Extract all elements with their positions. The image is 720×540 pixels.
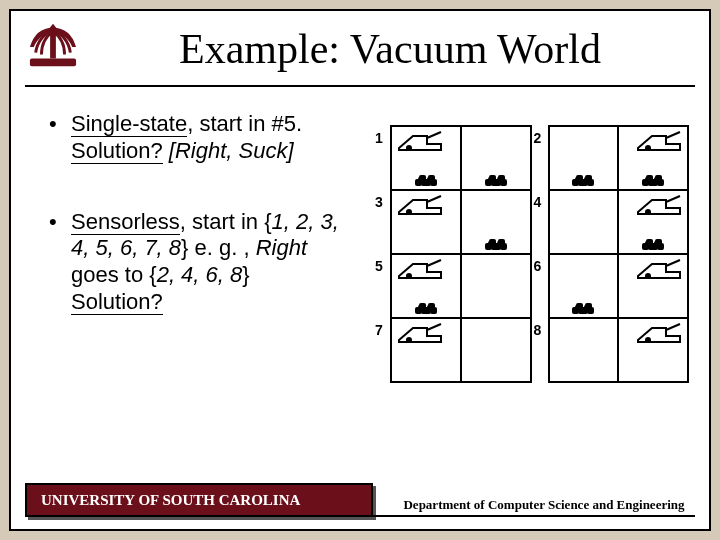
svg-rect-0	[30, 58, 76, 66]
room-right	[462, 319, 530, 381]
state-cell	[391, 126, 531, 190]
room-right	[619, 255, 687, 317]
footer-department: Department of Computer Science and Engin…	[373, 483, 695, 517]
title-bar: Example: Vacuum World	[25, 13, 695, 87]
state-cell	[391, 190, 531, 254]
svg-line-13	[666, 260, 680, 266]
state-number: 2	[531, 126, 549, 190]
states-grid: 12345678	[373, 125, 689, 383]
svg-point-16	[645, 337, 651, 343]
vacuum-states-diagram: 12345678	[373, 125, 689, 383]
room-right	[619, 319, 687, 381]
room-left	[550, 191, 620, 253]
svg-line-5	[666, 132, 680, 138]
room-left	[550, 127, 620, 189]
state-cell	[549, 254, 689, 318]
room-right	[619, 127, 687, 189]
vacuum-icon	[636, 258, 682, 280]
footer-university: UNIVERSITY OF SOUTH CAROLINA	[25, 483, 373, 517]
svg-line-7	[427, 196, 441, 202]
state-cell	[391, 318, 531, 382]
bullet-2-t2: } e. g. ,	[181, 235, 256, 260]
room-left	[392, 255, 462, 317]
bullet-2-text: Sensorless, start in {1, 2, 3, 4, 5, 6, …	[71, 209, 359, 316]
bullet-1-lead: Single-state	[71, 111, 187, 137]
svg-line-9	[666, 196, 680, 202]
room-left	[550, 319, 620, 381]
university-seal-icon	[19, 11, 87, 79]
bullet-dot-icon: •	[49, 111, 71, 165]
room-left	[392, 319, 462, 381]
dirt-icon	[645, 177, 661, 184]
svg-line-11	[427, 260, 441, 266]
bullet-2: • Sensorless, start in {1, 2, 3, 4, 5, 6…	[49, 209, 359, 316]
vacuum-icon	[636, 322, 682, 344]
state-cell	[391, 254, 531, 318]
dirt-icon	[418, 177, 434, 184]
state-number: 5	[373, 254, 391, 318]
vacuum-icon	[397, 258, 443, 280]
bullet-2-right: Right	[256, 235, 307, 260]
svg-line-17	[666, 324, 680, 330]
room-right	[462, 127, 530, 189]
bullet-1-tail: , start in #5.	[187, 111, 302, 136]
bullet-1: • Single-state, start in #5. Solution? […	[49, 111, 359, 165]
vacuum-icon	[397, 130, 443, 152]
room-right	[462, 255, 530, 317]
state-number: 3	[373, 190, 391, 254]
vacuum-icon	[636, 130, 682, 152]
room-left	[392, 191, 462, 253]
dirt-icon	[575, 177, 591, 184]
dirt-icon	[488, 177, 504, 184]
room-right	[619, 191, 687, 253]
room-right	[462, 191, 530, 253]
svg-rect-1	[50, 32, 56, 59]
dirt-icon	[645, 241, 661, 248]
state-cell	[549, 126, 689, 190]
room-left	[550, 255, 620, 317]
svg-point-14	[406, 337, 412, 343]
slide: Example: Vacuum World • Single-state, st…	[9, 9, 711, 531]
bullet-2-question: Solution?	[71, 289, 163, 315]
dirt-icon	[418, 305, 434, 312]
state-number: 1	[373, 126, 391, 190]
state-number: 6	[531, 254, 549, 318]
svg-point-10	[406, 273, 412, 279]
svg-line-15	[427, 324, 441, 330]
svg-point-4	[645, 145, 651, 151]
state-number: 8	[531, 318, 549, 382]
slide-title: Example: Vacuum World	[85, 25, 695, 73]
svg-point-2	[406, 145, 412, 151]
bullet-dot-icon: •	[49, 209, 71, 316]
room-left	[392, 127, 462, 189]
state-number: 4	[531, 190, 549, 254]
slide-body: • Single-state, start in #5. Solution? […	[49, 111, 691, 471]
svg-point-12	[645, 273, 651, 279]
state-cell	[549, 318, 689, 382]
bullet-1-question: Solution?	[71, 138, 163, 164]
vacuum-icon	[397, 194, 443, 216]
vacuum-icon	[397, 322, 443, 344]
svg-line-3	[427, 132, 441, 138]
bullet-2-t4: }	[242, 262, 249, 287]
bullet-2-set2: 2, 4, 6, 8	[157, 262, 243, 287]
bullet-2-t1: , start in {	[180, 209, 272, 234]
bullet-1-text: Single-state, start in #5. Solution? [Ri…	[71, 111, 359, 165]
dirt-icon	[575, 305, 591, 312]
vacuum-icon	[636, 194, 682, 216]
svg-point-8	[645, 209, 651, 215]
state-cell	[549, 190, 689, 254]
dirt-icon	[488, 241, 504, 248]
footer: UNIVERSITY OF SOUTH CAROLINA Department …	[25, 483, 695, 517]
bullet-list: • Single-state, start in #5. Solution? […	[49, 111, 359, 316]
bullet-2-t3: goes to {	[71, 262, 157, 287]
bullet-2-lead: Sensorless	[71, 209, 180, 235]
state-number: 7	[373, 318, 391, 382]
bullet-1-answer: [Right, Suck]	[163, 138, 294, 163]
svg-point-6	[406, 209, 412, 215]
